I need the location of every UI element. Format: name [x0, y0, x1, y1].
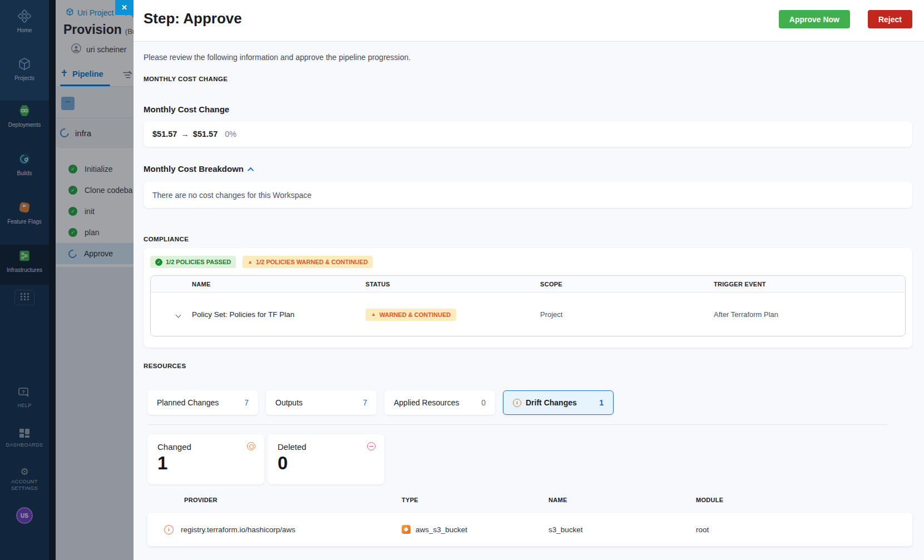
- policy-scope: Project: [540, 310, 714, 319]
- drawer-header: Step: Approve Approve Now Reject: [134, 0, 924, 42]
- review-instructions: Please review the following information …: [144, 53, 411, 62]
- close-icon[interactable]: ✕: [115, 0, 134, 15]
- stat-label: Changed: [157, 442, 254, 452]
- col-trigger: TRIGGER EVENT: [714, 281, 905, 288]
- arrow-right-icon: →: [181, 130, 189, 138]
- changed-stat-card: Changed 1: [147, 434, 264, 484]
- approve-now-button[interactable]: Approve Now: [779, 10, 850, 28]
- stat-label: Deleted: [278, 442, 374, 452]
- app-screen: Home Projects Deployments Builds Feature: [0, 0, 924, 560]
- approve-step-drawer: ✕ Step: Approve Approve Now Reject Pleas…: [134, 0, 924, 560]
- tab-label: Outputs: [275, 398, 303, 407]
- info-circle-icon: i: [513, 399, 521, 407]
- tab-count: 7: [363, 398, 367, 407]
- section-heading-resources: RESOURCES: [144, 363, 186, 369]
- divider: [147, 424, 887, 425]
- policies-warned-badge: ▲ 1/2 POLICIES WARNED & CONTINUED: [243, 256, 373, 268]
- tab-outputs[interactable]: Outputs 7: [266, 390, 377, 415]
- tab-planned-changes[interactable]: Planned Changes 7: [147, 390, 258, 415]
- deleted-icon: [367, 442, 375, 450]
- policy-table-row[interactable]: Policy Set: Policies for TF Plan ▲WARNED…: [151, 293, 905, 336]
- resource-provider: registry.terraform.io/hashicorp/aws: [181, 526, 295, 534]
- chevron-up-icon: [248, 167, 254, 174]
- cost-from: $51.57: [152, 130, 177, 138]
- cost-breakdown-card: There are no cost changes for this Works…: [144, 182, 912, 208]
- resource-module: root: [696, 526, 912, 534]
- warning-triangle-icon: ▲: [248, 260, 253, 265]
- stat-value: 0: [278, 454, 374, 472]
- col-name: NAME: [549, 497, 696, 503]
- col-scope: SCOPE: [540, 281, 714, 288]
- tab-drift-changes[interactable]: i Drift Changes 1: [503, 390, 614, 415]
- tab-count: 1: [599, 398, 604, 407]
- cost-change-title: Monthly Cost Change: [144, 105, 229, 114]
- cost-change-line: $51.57 → $51.57 0%: [144, 121, 912, 147]
- cost-to: $51.57: [193, 130, 218, 138]
- policies-passed-badge: ✓ 1/2 POLICIES PASSED: [150, 256, 236, 268]
- deleted-stat-card: Deleted 0: [268, 434, 384, 484]
- tab-applied-resources[interactable]: Applied Resources 0: [384, 390, 495, 415]
- resource-tabs: Planned Changes 7 Outputs 7 Applied Reso…: [147, 390, 614, 415]
- resource-table-row[interactable]: i registry.terraform.io/hashicorp/aws aw…: [147, 513, 912, 546]
- tab-label: Drift Changes: [526, 398, 577, 407]
- no-cost-changes-message: There are no cost changes for this Works…: [144, 182, 912, 208]
- compliance-card: ✓ 1/2 POLICIES PASSED ▲ 1/2 POLICIES WAR…: [144, 248, 912, 348]
- tab-count: 7: [244, 398, 249, 407]
- resource-name: s3_bucket: [549, 526, 696, 534]
- resource-table-header: PROVIDER TYPE NAME MODULE: [147, 497, 912, 503]
- policy-table-header: NAME STATUS SCOPE TRIGGER EVENT: [151, 276, 905, 293]
- col-type: TYPE: [402, 497, 549, 503]
- aws-icon: [402, 525, 411, 534]
- cost-percent: 0%: [225, 130, 236, 138]
- resource-type: aws_s3_bucket: [416, 526, 467, 534]
- chevron-down-icon[interactable]: [176, 313, 181, 318]
- stat-value: 1: [157, 454, 254, 472]
- warning-triangle-icon: ▲: [371, 312, 376, 317]
- cost-breakdown-toggle[interactable]: Monthly Cost Breakdown: [144, 164, 254, 174]
- policy-badges: ✓ 1/2 POLICIES PASSED ▲ 1/2 POLICIES WAR…: [150, 256, 373, 268]
- section-heading-compliance: COMPLIANCE: [144, 236, 189, 242]
- info-circle-icon: i: [164, 525, 174, 534]
- tab-label: Planned Changes: [157, 398, 219, 407]
- policy-name: Policy Set: Policies for TF Plan: [192, 310, 365, 319]
- col-status: STATUS: [365, 281, 540, 288]
- policy-trigger: After Terraform Plan: [714, 310, 905, 319]
- tab-label: Applied Resources: [394, 398, 459, 407]
- col-provider: PROVIDER: [147, 497, 402, 503]
- policy-table: NAME STATUS SCOPE TRIGGER EVENT Policy S…: [150, 275, 906, 336]
- col-name: NAME: [192, 281, 365, 288]
- cost-change-card: $51.57 → $51.57 0%: [144, 121, 912, 147]
- tab-count: 0: [481, 398, 486, 407]
- check-circle-icon: ✓: [155, 259, 162, 266]
- section-heading-cost: MONTHLY COST CHANGE: [144, 76, 228, 82]
- reject-button[interactable]: Reject: [868, 10, 912, 28]
- changed-icon: [247, 442, 255, 450]
- policy-status-badge: ▲WARNED & CONTINUED: [365, 309, 456, 321]
- col-module: MODULE: [696, 497, 912, 503]
- drawer-title: Step: Approve: [144, 10, 242, 27]
